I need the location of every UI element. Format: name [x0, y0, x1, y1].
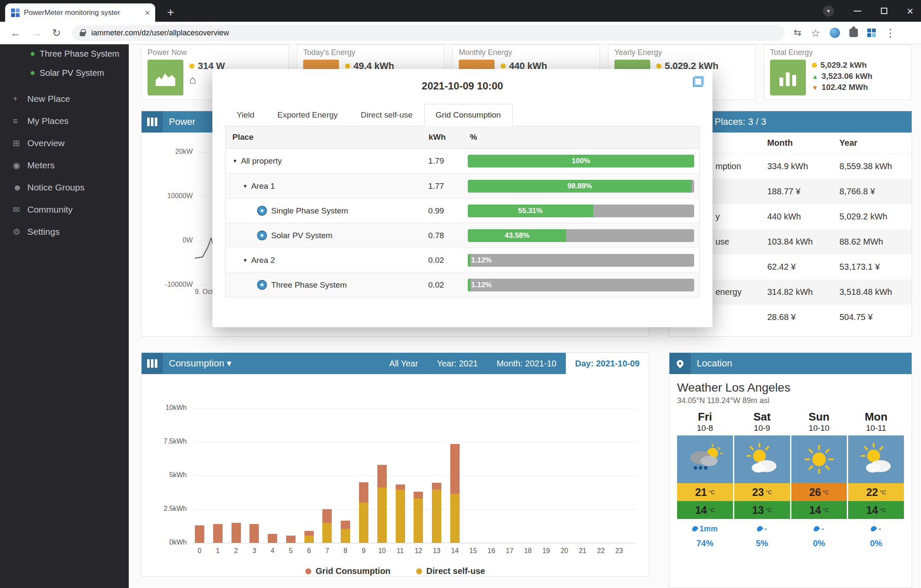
- consumption-tab-year-2021[interactable]: Year: 2021: [428, 353, 487, 374]
- modal-tab-exported-energy[interactable]: Exported Energy: [266, 104, 350, 126]
- consumption-bar[interactable]: [195, 374, 204, 543]
- grid-consumption-segment: [450, 444, 460, 494]
- consumption-bar[interactable]: [432, 374, 441, 543]
- window-maximize-button[interactable]: [881, 8, 887, 14]
- reload-icon[interactable]: ↻: [52, 27, 61, 39]
- tree-collapse-icon[interactable]: ▼: [243, 257, 248, 263]
- weather-high-temp: 26°C: [791, 483, 847, 501]
- translate-icon[interactable]: ⇆: [794, 27, 801, 38]
- places-row-month: 28.68 ¥: [767, 312, 839, 322]
- sidebar-item-notice-groups[interactable]: ☻Notice Groups: [0, 176, 129, 199]
- modal-table-row[interactable]: ▼Area 11.7798.88%: [226, 173, 699, 198]
- consumption-x-tick: 11: [392, 547, 409, 555]
- modal-row-place: ▼Area 1: [226, 182, 421, 191]
- modal-row-place: ▼All property: [226, 156, 421, 166]
- self-use-segment: [450, 494, 460, 543]
- temp-unit: °C: [766, 489, 772, 496]
- modal-table-row[interactable]: Three Phase System0.021.12%: [226, 272, 699, 297]
- location-pin-icon: [669, 353, 691, 374]
- sidebar-item-label: Settings: [27, 227, 60, 237]
- modal-table-row[interactable]: ▼All property1.79100%: [226, 149, 699, 173]
- place-name: Single Phase System: [271, 206, 348, 216]
- consumption-bar[interactable]: [286, 374, 295, 543]
- places-row-year: 53,173.1 ¥: [840, 262, 912, 272]
- consumption-x-tick: 3: [246, 547, 263, 555]
- sidebar-item-label: Overview: [27, 138, 65, 148]
- consumption-bar[interactable]: [249, 374, 259, 543]
- sidebar-item-settings[interactable]: ⚙Settings: [0, 221, 129, 243]
- meter-icon: [257, 231, 267, 240]
- modal-table-row[interactable]: Solar PV System0.7843.58%: [226, 223, 699, 248]
- weather-day-column: Sun10-1026°C14°C-0%: [791, 410, 847, 548]
- modal-table-row[interactable]: ▼Area 20.021.12%: [226, 248, 699, 272]
- consumption-tab-day-2021-10-09[interactable]: Day: 2021-10-09: [566, 353, 649, 374]
- window-close-button[interactable]: ×: [907, 7, 913, 15]
- consumption-bar[interactable]: [322, 374, 332, 543]
- col-pct: %: [463, 126, 699, 148]
- precip-value: -: [765, 525, 767, 533]
- sidebar-item-my-places[interactable]: ≡My Places: [0, 110, 129, 132]
- grid-consumption-segment: [195, 525, 204, 543]
- down-arrow-icon: ▼: [812, 84, 818, 91]
- sidebar-item-new-place[interactable]: +New Place: [0, 88, 129, 110]
- consumption-tab-month-2021-10[interactable]: Month: 2021-10: [487, 353, 566, 374]
- tree-collapse-icon[interactable]: ▼: [243, 183, 248, 189]
- consumption-bar[interactable]: [304, 374, 314, 543]
- consumption-bar[interactable]: [450, 374, 460, 543]
- modal-table-row[interactable]: Single Phase System0.9955.31%: [226, 198, 699, 223]
- consumption-x-tick: 4: [264, 547, 281, 555]
- bookmark-star-icon[interactable]: ☆: [811, 27, 820, 39]
- modal-row-place: Single Phase System: [226, 206, 421, 216]
- weather-sunny-icon: [791, 435, 847, 483]
- tree-collapse-icon[interactable]: ▼: [232, 158, 237, 164]
- modal-tab-grid-consumption[interactable]: Grid Consumption: [424, 104, 513, 126]
- consumption-bar[interactable]: [213, 374, 223, 543]
- consumption-bar[interactable]: [377, 374, 387, 543]
- sidebar-item-meters[interactable]: ◉Meters: [0, 154, 129, 176]
- expand-icon[interactable]: [693, 76, 704, 87]
- browser-update-icon[interactable]: ▾: [823, 6, 834, 17]
- extensions-puzzle-icon[interactable]: [849, 29, 858, 37]
- extension-icon[interactable]: [830, 28, 840, 38]
- modal-tab-direct-self-use[interactable]: Direct self-use: [349, 104, 424, 126]
- precip-value: -: [821, 525, 824, 533]
- consumption-bar[interactable]: [414, 374, 423, 543]
- places-row-month: 188.77 ¥: [767, 187, 839, 196]
- back-icon[interactable]: ←: [10, 27, 21, 39]
- consumption-panel-title[interactable]: Consumption ▾: [169, 358, 232, 369]
- modal-row-pct: 98.88%: [463, 180, 699, 193]
- weather-precip-probability: 74%: [677, 539, 733, 548]
- weather-high-temp: 22°C: [848, 483, 904, 501]
- card-value-text: 5,029.2 kWh: [820, 61, 867, 70]
- sidebar-item-community[interactable]: ✉Community: [0, 199, 129, 221]
- consumption-bar[interactable]: [232, 374, 241, 543]
- tab-close-icon[interactable]: ×: [145, 8, 150, 18]
- url-bar[interactable]: iammeter.com/dz/user/allplacesoverview: [72, 25, 785, 41]
- modal-table-header: Place kWh %: [226, 126, 699, 149]
- browser-menu-icon[interactable]: ⋮: [885, 27, 896, 39]
- sidebar-systems: Three Phase SystemSolar PV System: [0, 44, 129, 83]
- weather-day-name: Sat: [734, 410, 790, 424]
- consumption-bar[interactable]: [396, 374, 405, 543]
- legend-item[interactable]: Direct self-use: [416, 566, 485, 576]
- consumption-bar[interactable]: [268, 374, 277, 543]
- grid-extension-icon[interactable]: [867, 29, 876, 37]
- consumption-bar[interactable]: [341, 374, 350, 543]
- consumption-x-tick: 2: [228, 547, 245, 555]
- grid-consumption-segment: [377, 465, 387, 488]
- weather-day-date: 10-9: [734, 424, 790, 433]
- sidebar-item-overview[interactable]: ⊞Overview: [0, 132, 129, 154]
- new-tab-button[interactable]: +: [167, 5, 174, 20]
- forward-icon[interactable]: →: [31, 27, 42, 39]
- consumption-bar[interactable]: [359, 374, 368, 543]
- sidebar-system-item[interactable]: Three Phase System: [0, 44, 129, 63]
- consumption-tab-all-year[interactable]: All Year: [380, 353, 428, 374]
- status-dot-icon: [31, 71, 35, 75]
- window-minimize-button[interactable]: [854, 11, 861, 12]
- consumption-x-tick: 6: [301, 547, 318, 555]
- browser-tab[interactable]: PowerMeter monitoring syster ×: [5, 3, 155, 22]
- legend-item[interactable]: Grid Consumption: [305, 566, 391, 576]
- modal-tab-yield[interactable]: Yield: [225, 104, 266, 126]
- sidebar-system-item[interactable]: Solar PV System: [0, 63, 129, 83]
- gear-icon: ⚙: [13, 227, 27, 237]
